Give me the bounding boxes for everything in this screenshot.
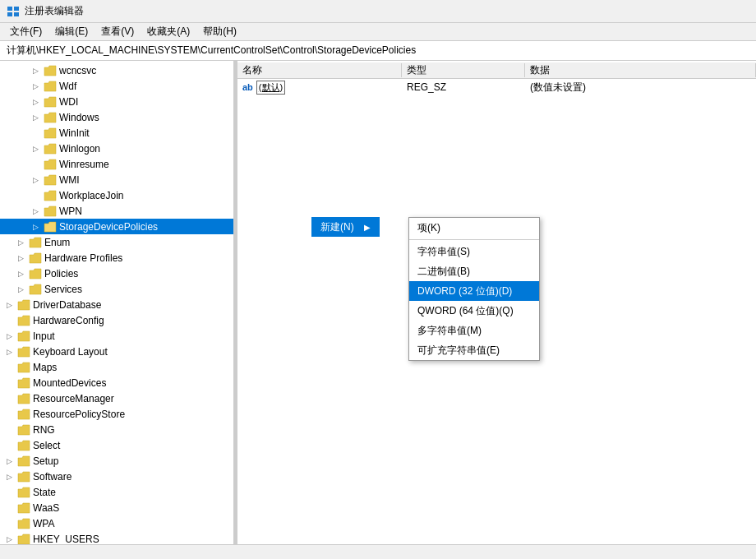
tree-item-resourcemanager[interactable]: ResourceManager: [0, 390, 233, 406]
col-header-data: 数据: [525, 63, 756, 77]
tree-item-wdf[interactable]: ▷ Wdf: [0, 78, 233, 94]
submenu-label-qword64: QWORD (64 位值)(Q): [417, 304, 514, 318]
tree-label-maps: Maps: [33, 362, 57, 373]
expand-btn-hkey-users[interactable]: ▷: [3, 534, 15, 545]
tree-label-waas: WaaS: [33, 502, 59, 514]
tree-item-maps[interactable]: Maps: [0, 359, 233, 375]
expand-btn-software[interactable]: ▷: [3, 471, 15, 483]
submenu-label-string: 字符串值(S): [417, 245, 470, 259]
tree-item-waas[interactable]: WaaS: [0, 500, 233, 515]
tree-label-storagedevicepolicies: StorageDevicePolicies: [59, 221, 158, 233]
folder-icon-state: [17, 486, 30, 499]
tree-label-winresume: Winresume: [59, 159, 109, 170]
expand-btn-windows[interactable]: ▷: [30, 112, 41, 123]
tree-item-workplacejoin[interactable]: WorkplaceJoin: [0, 187, 233, 203]
submenu-item-dword32[interactable]: DWORD (32 位值)(D): [409, 281, 539, 301]
tree-item-rng[interactable]: RNG: [0, 422, 233, 437]
submenu-item-string[interactable]: 字符串值(S): [409, 242, 539, 261]
menu-help[interactable]: 帮助(H): [196, 23, 243, 40]
tree-label-wcncsvc: wcncsvc: [59, 65, 96, 76]
folder-icon-hkey-users: [17, 533, 30, 545]
tree-item-select[interactable]: Select: [0, 437, 233, 453]
tree-item-wpn[interactable]: ▷ WPN: [0, 203, 233, 219]
submenu-item-qword64[interactable]: QWORD (64 位值)(Q): [409, 301, 539, 321]
folder-icon-workplacejoin: [44, 189, 57, 202]
tree-item-winlogon[interactable]: ▷ Winlogon: [0, 141, 233, 156]
tree-item-winresume[interactable]: Winresume: [0, 156, 233, 172]
tree-item-mounteddevices[interactable]: MountedDevices: [0, 375, 233, 390]
tree-item-keyboardlayout[interactable]: ▷ Keyboard Layout: [0, 344, 233, 359]
tree-item-wininit[interactable]: ▷ WinInit: [0, 125, 233, 141]
tree-item-state[interactable]: State: [0, 484, 233, 500]
right-panel: 名称 类型 数据 ab (默认) REG_SZ (数值未设置) 新建(N) ▶: [237, 61, 756, 544]
tree-label-workplacejoin: WorkplaceJoin: [59, 190, 123, 201]
new-menu-label: 新建(N): [320, 220, 354, 234]
expand-btn-winlogon[interactable]: ▷: [30, 143, 41, 155]
expand-btn-driverdatabase[interactable]: ▷: [3, 299, 15, 311]
submenu-item-key[interactable]: 项(K): [409, 218, 539, 238]
expand-btn-wdi[interactable]: ▷: [30, 96, 41, 108]
cell-type-default: REG_SZ: [402, 81, 525, 93]
main-content: ▷ wcncsvc ▷ Wdf ▷ WDI ▷: [0, 61, 756, 544]
svg-rect-2: [7, 12, 12, 16]
tree-item-wcncsvc[interactable]: ▷ wcncsvc: [0, 62, 233, 78]
tree-label-hardwareprofiles: Hardware Profiles: [44, 252, 122, 264]
expand-btn-keyboardlayout[interactable]: ▷: [3, 346, 15, 358]
tree-label-windows: Windows: [59, 112, 99, 123]
tree-panel[interactable]: ▷ wcncsvc ▷ Wdf ▷ WDI ▷: [0, 61, 234, 544]
tree-item-setup[interactable]: ▷ Setup: [0, 453, 233, 469]
submenu-item-expandstring[interactable]: 可扩充字符串值(E): [409, 340, 539, 360]
tree-item-resourcepolicystore[interactable]: ResourcePolicyStore: [0, 406, 233, 422]
tree-label-wininit: WinInit: [59, 127, 90, 139]
expand-btn-hardwareprofiles[interactable]: ▷: [15, 252, 26, 264]
tree-label-policies: Policies: [44, 268, 78, 280]
tree-item-windows[interactable]: ▷ Windows: [0, 109, 233, 125]
window-title: 注册表编辑器: [25, 4, 84, 18]
tree-label-setup: Setup: [33, 455, 58, 467]
folder-icon-wpa: [17, 517, 30, 530]
expand-btn-storagedevicepolicies[interactable]: ▷: [30, 221, 41, 233]
expand-btn-wmi[interactable]: ▷: [30, 174, 41, 186]
tree-item-software[interactable]: ▷ Software: [0, 469, 233, 484]
menu-favorites[interactable]: 收藏夹(A): [141, 23, 196, 40]
expand-btn-wdf[interactable]: ▷: [30, 81, 41, 92]
folder-icon-policies: [29, 267, 42, 280]
folder-icon-waas: [17, 501, 30, 515]
folder-icon-software: [17, 470, 30, 483]
expand-btn-wcncsvc[interactable]: ▷: [30, 65, 41, 76]
folder-icon-enum: [29, 236, 42, 249]
menu-view[interactable]: 查看(V): [94, 23, 141, 40]
tree-item-enum[interactable]: ▷ Enum: [0, 234, 233, 250]
tree-item-storagedevicepolicies[interactable]: ▷ StorageDevicePolicies: [0, 219, 233, 234]
tree-item-wpa[interactable]: WPA: [0, 515, 233, 531]
tree-item-wdi[interactable]: ▷ WDI: [0, 94, 233, 109]
tree-item-policies[interactable]: ▷ Policies: [0, 266, 233, 281]
default-label: (默认): [256, 81, 285, 95]
submenu: 项(K) 字符串值(S) 二进制值(B) DWORD (32 位值)(D) QW…: [408, 217, 540, 361]
context-menu-overlay: 新建(N) ▶ 项(K) 字符串值(S) 二进制值(B): [311, 217, 380, 237]
tree-item-driverdatabase[interactable]: ▷ DriverDatabase: [0, 297, 233, 312]
expand-btn-wpn[interactable]: ▷: [30, 206, 41, 217]
submenu-item-binary[interactable]: 二进制值(B): [409, 261, 539, 281]
submenu-item-multistring[interactable]: 多字符串值(M): [409, 321, 539, 340]
tree-item-wmi[interactable]: ▷ WMI: [0, 172, 233, 187]
new-menu-item[interactable]: 新建(N) ▶: [311, 217, 380, 237]
expand-btn-input[interactable]: ▷: [3, 330, 15, 342]
tree-item-services[interactable]: ▷ Services: [0, 281, 233, 297]
menu-file[interactable]: 文件(F): [3, 23, 48, 40]
svg-rect-3: [14, 12, 19, 16]
tree-label-wdf: Wdf: [59, 81, 76, 92]
tree-item-hardwareconfig[interactable]: HardwareConfig: [0, 312, 233, 328]
tree-item-hkey-users[interactable]: ▷ HKEY_USERS: [0, 531, 233, 544]
expand-btn-services[interactable]: ▷: [15, 284, 26, 295]
submenu-separator: [409, 239, 539, 240]
tree-item-hardwareprofiles[interactable]: ▷ Hardware Profiles: [0, 250, 233, 266]
tree-item-input[interactable]: ▷ Input: [0, 328, 233, 344]
expand-btn-setup[interactable]: ▷: [3, 455, 15, 467]
table-row-default[interactable]: ab (默认) REG_SZ (数值未设置): [237, 79, 756, 95]
expand-btn-enum[interactable]: ▷: [15, 237, 26, 248]
folder-icon-storagedevicepolicies: [44, 220, 57, 233]
tree-label-hkey-users: HKEY_USERS: [33, 534, 99, 545]
expand-btn-policies[interactable]: ▷: [15, 268, 26, 280]
menu-edit[interactable]: 编辑(E): [48, 23, 94, 40]
